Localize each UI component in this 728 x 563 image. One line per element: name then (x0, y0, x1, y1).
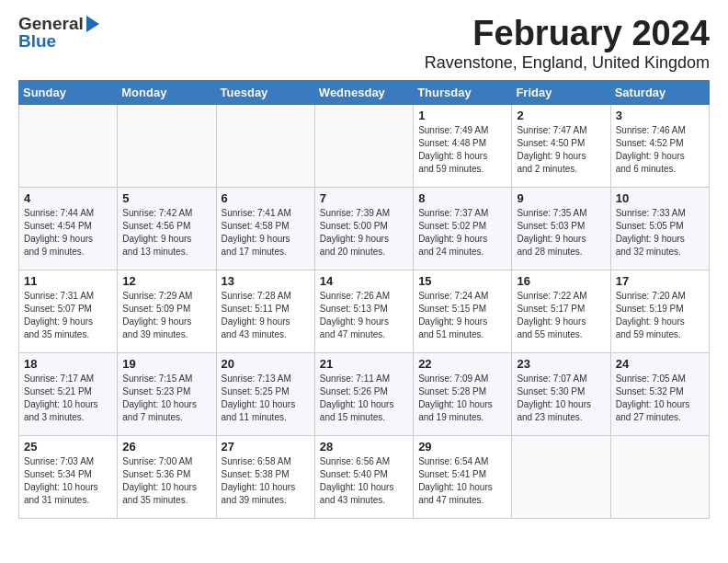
logo-blue: Blue (18, 32, 99, 50)
calendar-day-cell: 3Sunrise: 7:46 AM Sunset: 4:52 PM Daylig… (610, 104, 709, 187)
day-info: Sunrise: 7:24 AM Sunset: 5:15 PM Dayligh… (418, 290, 506, 341)
day-number: 18 (24, 357, 112, 371)
day-info: Sunrise: 6:54 AM Sunset: 5:41 PM Dayligh… (418, 455, 506, 507)
logo-general: General (18, 15, 84, 32)
day-info: Sunrise: 7:35 AM Sunset: 5:03 PM Dayligh… (517, 207, 605, 259)
calendar-day-cell: 22Sunrise: 7:09 AM Sunset: 5:28 PM Dayli… (414, 352, 512, 435)
day-number: 25 (24, 440, 112, 454)
day-number: 6 (222, 191, 310, 205)
calendar-day-cell: 14Sunrise: 7:26 AM Sunset: 5:13 PM Dayli… (314, 270, 413, 352)
day-number: 17 (616, 274, 704, 288)
calendar-day-cell: 7Sunrise: 7:39 AM Sunset: 5:00 PM Daylig… (314, 187, 413, 270)
day-info: Sunrise: 7:11 AM Sunset: 5:26 PM Dayligh… (320, 373, 408, 424)
calendar-day-cell: 26Sunrise: 7:00 AM Sunset: 5:36 PM Dayli… (118, 435, 216, 518)
calendar-week-row: 11Sunrise: 7:31 AM Sunset: 5:07 PM Dayli… (19, 270, 710, 352)
calendar-day-cell: 28Sunrise: 6:56 AM Sunset: 5:40 PM Dayli… (314, 435, 413, 518)
calendar-day-cell: 29Sunrise: 6:54 AM Sunset: 5:41 PM Dayli… (414, 435, 512, 518)
day-info: Sunrise: 7:49 AM Sunset: 4:48 PM Dayligh… (418, 124, 506, 176)
calendar-day-cell: 18Sunrise: 7:17 AM Sunset: 5:21 PM Dayli… (19, 352, 118, 435)
calendar-day-cell (610, 435, 709, 518)
day-info: Sunrise: 7:09 AM Sunset: 5:28 PM Dayligh… (418, 373, 506, 424)
calendar-day-cell: 12Sunrise: 7:29 AM Sunset: 5:09 PM Dayli… (118, 270, 216, 352)
day-info: Sunrise: 7:13 AM Sunset: 5:25 PM Dayligh… (222, 373, 310, 424)
calendar-week-row: 1Sunrise: 7:49 AM Sunset: 4:48 PM Daylig… (19, 104, 710, 187)
day-number: 20 (222, 357, 310, 371)
calendar-day-cell: 27Sunrise: 6:58 AM Sunset: 5:38 PM Dayli… (216, 435, 314, 518)
logo-triangle-icon (86, 16, 99, 32)
day-info: Sunrise: 7:28 AM Sunset: 5:11 PM Dayligh… (222, 290, 310, 341)
day-info: Sunrise: 7:47 AM Sunset: 4:50 PM Dayligh… (517, 124, 605, 176)
day-number: 10 (616, 191, 704, 205)
day-info: Sunrise: 7:44 AM Sunset: 4:54 PM Dayligh… (24, 207, 112, 259)
calendar-day-cell: 6Sunrise: 7:41 AM Sunset: 4:58 PM Daylig… (216, 187, 314, 270)
weekday-header-tuesday: Tuesday (216, 80, 314, 104)
day-number: 29 (418, 440, 506, 454)
day-info: Sunrise: 7:46 AM Sunset: 4:52 PM Dayligh… (616, 124, 704, 176)
day-info: Sunrise: 7:41 AM Sunset: 4:58 PM Dayligh… (222, 207, 310, 259)
day-number: 22 (418, 357, 506, 371)
title-section: February 2024 Ravenstone, England, Unite… (425, 15, 710, 73)
day-number: 28 (320, 440, 408, 454)
day-number: 16 (517, 274, 605, 288)
calendar-day-cell: 13Sunrise: 7:28 AM Sunset: 5:11 PM Dayli… (216, 270, 314, 352)
day-info: Sunrise: 7:22 AM Sunset: 5:17 PM Dayligh… (517, 290, 605, 341)
calendar-day-cell: 25Sunrise: 7:03 AM Sunset: 5:34 PM Dayli… (19, 435, 118, 518)
calendar-day-cell (216, 104, 314, 187)
day-info: Sunrise: 7:20 AM Sunset: 5:19 PM Dayligh… (616, 290, 704, 341)
day-number: 15 (418, 274, 506, 288)
day-info: Sunrise: 7:33 AM Sunset: 5:05 PM Dayligh… (616, 207, 704, 259)
day-info: Sunrise: 7:42 AM Sunset: 4:56 PM Dayligh… (122, 207, 210, 259)
calendar-day-cell: 24Sunrise: 7:05 AM Sunset: 5:32 PM Dayli… (610, 352, 709, 435)
day-number: 13 (222, 274, 310, 288)
day-info: Sunrise: 7:39 AM Sunset: 5:00 PM Dayligh… (320, 207, 408, 259)
day-info: Sunrise: 7:03 AM Sunset: 5:34 PM Dayligh… (24, 455, 112, 507)
day-info: Sunrise: 7:26 AM Sunset: 5:13 PM Dayligh… (320, 290, 408, 341)
calendar-day-cell: 17Sunrise: 7:20 AM Sunset: 5:19 PM Dayli… (610, 270, 709, 352)
day-number: 11 (24, 274, 112, 288)
day-number: 26 (122, 440, 210, 454)
day-number: 8 (418, 191, 506, 205)
day-info: Sunrise: 7:37 AM Sunset: 5:02 PM Dayligh… (418, 207, 506, 259)
day-info: Sunrise: 6:58 AM Sunset: 5:38 PM Dayligh… (222, 455, 310, 507)
calendar-day-cell (512, 435, 610, 518)
day-info: Sunrise: 7:15 AM Sunset: 5:23 PM Dayligh… (122, 373, 210, 424)
calendar-day-cell: 23Sunrise: 7:07 AM Sunset: 5:30 PM Dayli… (512, 352, 610, 435)
calendar-day-cell: 11Sunrise: 7:31 AM Sunset: 5:07 PM Dayli… (19, 270, 118, 352)
day-info: Sunrise: 7:05 AM Sunset: 5:32 PM Dayligh… (616, 373, 704, 424)
weekday-header-sunday: Sunday (19, 80, 118, 104)
calendar-day-cell: 20Sunrise: 7:13 AM Sunset: 5:25 PM Dayli… (216, 352, 314, 435)
location-subtitle: Ravenstone, England, United Kingdom (425, 53, 710, 73)
calendar-day-cell: 4Sunrise: 7:44 AM Sunset: 4:54 PM Daylig… (19, 187, 118, 270)
calendar-day-cell: 8Sunrise: 7:37 AM Sunset: 5:02 PM Daylig… (414, 187, 512, 270)
calendar-week-row: 25Sunrise: 7:03 AM Sunset: 5:34 PM Dayli… (19, 435, 710, 518)
calendar-day-cell: 2Sunrise: 7:47 AM Sunset: 4:50 PM Daylig… (512, 104, 610, 187)
calendar-day-cell: 21Sunrise: 7:11 AM Sunset: 5:26 PM Dayli… (314, 352, 413, 435)
weekday-header-thursday: Thursday (414, 80, 512, 104)
weekday-header-wednesday: Wednesday (314, 80, 413, 104)
calendar-week-row: 18Sunrise: 7:17 AM Sunset: 5:21 PM Dayli… (19, 352, 710, 435)
day-info: Sunrise: 7:29 AM Sunset: 5:09 PM Dayligh… (122, 290, 210, 341)
weekday-header-row: SundayMondayTuesdayWednesdayThursdayFrid… (19, 80, 710, 104)
calendar-day-cell (19, 104, 118, 187)
day-number: 2 (517, 109, 605, 122)
weekday-header-monday: Monday (118, 80, 216, 104)
calendar-week-row: 4Sunrise: 7:44 AM Sunset: 4:54 PM Daylig… (19, 187, 710, 270)
calendar-day-cell: 10Sunrise: 7:33 AM Sunset: 5:05 PM Dayli… (610, 187, 709, 270)
day-number: 5 (122, 191, 210, 205)
calendar-day-cell (118, 104, 216, 187)
calendar-table: SundayMondayTuesdayWednesdayThursdayFrid… (18, 80, 710, 519)
day-number: 9 (517, 191, 605, 205)
day-number: 3 (616, 109, 704, 122)
day-number: 14 (320, 274, 408, 288)
weekday-header-friday: Friday (512, 80, 610, 104)
calendar-day-cell: 16Sunrise: 7:22 AM Sunset: 5:17 PM Dayli… (512, 270, 610, 352)
day-info: Sunrise: 7:07 AM Sunset: 5:30 PM Dayligh… (517, 373, 605, 424)
day-number: 1 (418, 109, 506, 122)
calendar-day-cell: 9Sunrise: 7:35 AM Sunset: 5:03 PM Daylig… (512, 187, 610, 270)
header: General Blue February 2024 Ravenstone, E… (18, 15, 710, 73)
day-number: 21 (320, 357, 408, 371)
logo: General Blue (18, 15, 99, 50)
month-year-title: February 2024 (425, 15, 710, 53)
day-info: Sunrise: 7:17 AM Sunset: 5:21 PM Dayligh… (24, 373, 112, 424)
day-info: Sunrise: 7:31 AM Sunset: 5:07 PM Dayligh… (24, 290, 112, 341)
